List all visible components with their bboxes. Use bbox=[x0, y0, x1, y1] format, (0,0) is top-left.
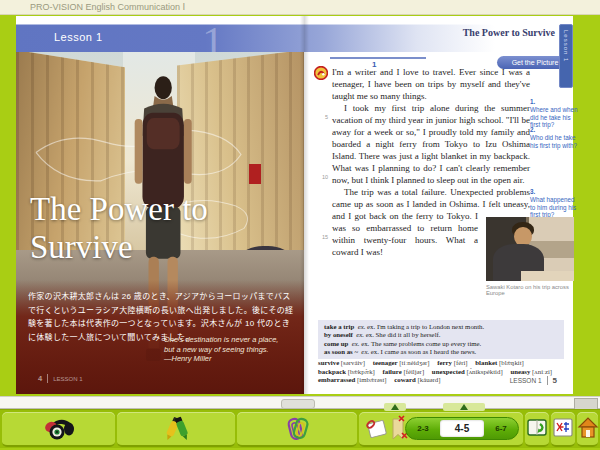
page-fold bbox=[300, 16, 309, 394]
app-title: PRO-VISION English Communication Ⅰ bbox=[30, 2, 185, 12]
toolbar-panel-home bbox=[577, 412, 598, 447]
lesson-side-tab[interactable]: Lesson 1 bbox=[559, 24, 573, 88]
headphones-audio-icon[interactable] bbox=[42, 415, 76, 443]
left-page: The Power to Survive 作家の沢木耕太郎さんは 26 歳のとき… bbox=[16, 16, 304, 394]
arrow-up-icon bbox=[460, 404, 468, 410]
page-arrow-tab[interactable] bbox=[443, 403, 485, 411]
expression-4: as soon as ~ ex. ex. I came as soon as I… bbox=[324, 348, 558, 356]
memo-note-icon[interactable] bbox=[364, 415, 390, 441]
line-number-5: 5 bbox=[318, 114, 328, 120]
page-header-title: The Power to Survive bbox=[463, 27, 555, 38]
line-number-15: 15 bbox=[318, 234, 328, 240]
audio-play-icon[interactable] bbox=[314, 66, 328, 80]
bookmark-arrow-tab[interactable] bbox=[384, 403, 406, 411]
toolbar-panel-wordlist bbox=[551, 412, 575, 447]
right-page-footer: LESSON 15 bbox=[510, 376, 557, 385]
margin-question-1: 1. Where and when did he take his first … bbox=[530, 98, 580, 129]
wordlist-dictionary-icon[interactable] bbox=[552, 415, 574, 441]
app-titlebar: PRO-VISION English Communication Ⅰ bbox=[0, 0, 600, 15]
app-window: PRO-VISION English Communication Ⅰ Lesso… bbox=[0, 0, 600, 450]
left-page-footer: 4LESSON 1 bbox=[38, 374, 83, 383]
home-icon[interactable] bbox=[577, 415, 599, 441]
expression-3: come up ex. ex. The same problems come u… bbox=[324, 340, 558, 348]
book-spread: Lesson 1 1 The Power to Survive bbox=[16, 16, 573, 394]
sawaki-photo bbox=[486, 217, 574, 281]
paragraph-2: I took my first trip alone during the su… bbox=[332, 102, 530, 186]
expressions-box: take a trip ex. ex. I'm taking a trip to… bbox=[318, 320, 564, 359]
arrow-up-icon bbox=[391, 404, 399, 410]
toolbar-panel-paperclips bbox=[237, 412, 357, 447]
margin-question-2: 2. Who did he take his first trip with? bbox=[530, 126, 580, 149]
page-navigation: 2-3 4-5 6-7 bbox=[405, 417, 519, 440]
toolbar-panel-navigation: 2-3 4-5 6-7 bbox=[359, 412, 523, 447]
lesson-label: Lesson 1 bbox=[54, 31, 103, 43]
section-divider bbox=[330, 57, 426, 59]
scrollbar-grip[interactable] bbox=[281, 399, 315, 409]
paragraph-1: I'm a writer and I love to travel. Ever … bbox=[332, 66, 530, 102]
highlighter-pens-icon[interactable] bbox=[161, 415, 193, 443]
h-scrollbar[interactable] bbox=[0, 396, 600, 409]
epigraph-quote: One's destination is never a place, but … bbox=[164, 335, 278, 364]
expression-2: by oneself ex. ex. She did it all by her… bbox=[324, 331, 558, 339]
left-page-number: 4 bbox=[38, 374, 48, 383]
expression-1: take a trip ex. ex. I'm taking a trip to… bbox=[324, 323, 558, 331]
right-page-number: 5 bbox=[547, 376, 557, 385]
toolbar-panel-pagejump bbox=[525, 412, 549, 447]
toolbar-panel-audio bbox=[2, 412, 115, 447]
line-number-10: 10 bbox=[318, 174, 328, 180]
lesson-title: The Power to Survive bbox=[30, 190, 208, 266]
paperclips-icon[interactable] bbox=[285, 415, 313, 443]
lesson-number-watermark: 1 bbox=[202, 24, 224, 52]
page-jump-book-icon[interactable] bbox=[526, 415, 548, 441]
page-button-current[interactable]: 4-5 bbox=[440, 420, 484, 437]
page-button-next[interactable]: 6-7 bbox=[484, 424, 518, 433]
toolbar: 2-3 4-5 6-7 bbox=[0, 409, 600, 448]
page-button-prev[interactable]: 2-3 bbox=[406, 424, 440, 433]
right-page: Lesson 1 Get the Picture ◀ 1 I'm a write… bbox=[304, 16, 573, 394]
margin-question-3: 3. What happened to him during his first… bbox=[530, 188, 580, 219]
photo-caption: Sawaki Kotaro on his trip across Europe bbox=[486, 284, 574, 296]
toolbar-panel-highlighters bbox=[117, 412, 235, 447]
